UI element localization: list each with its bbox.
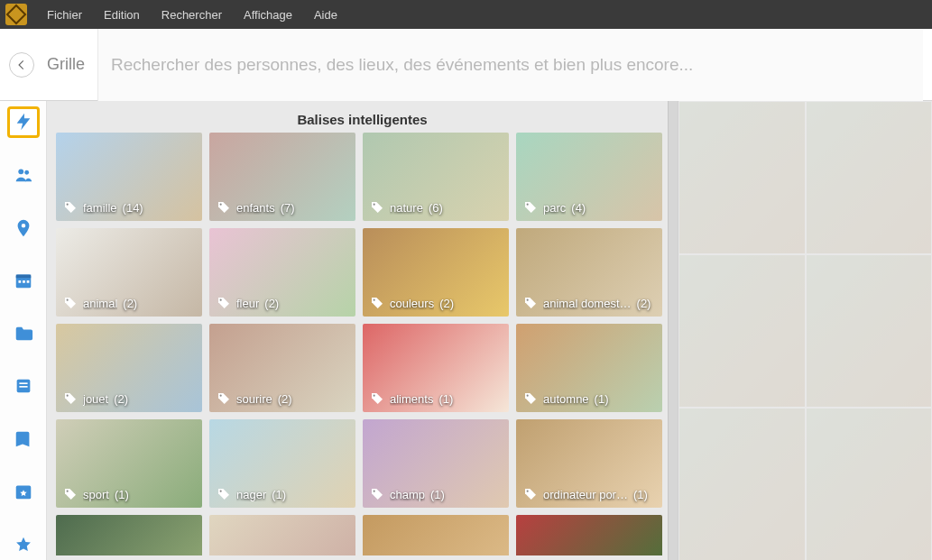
tag-count: (1) [430,488,445,501]
svg-point-14 [527,204,529,206]
tag-icon [523,487,538,501]
tag-icon [370,391,384,406]
preview-thumb [678,101,806,254]
svg-rect-8 [19,383,27,385]
tag-icon [217,296,231,310]
sidebar-events[interactable] [7,476,40,508]
tag-card[interactable]: sport(1) [56,419,202,508]
tag-card[interactable]: famille(14) [56,133,202,221]
app-logo-icon [5,4,27,25]
svg-rect-4 [18,280,21,283]
tag-count: (1) [115,488,129,501]
preview-thumb [678,408,806,560]
sidebar-dates[interactable] [7,265,40,297]
tag-card[interactable]: animal domest…(2) [516,228,662,317]
menu-file[interactable]: Fichier [36,8,93,22]
svg-point-24 [220,491,222,492]
sidebar-people[interactable] [7,160,40,191]
tag-icon [217,487,231,501]
menu-help[interactable]: Aide [303,8,348,22]
tag-label: aliments [390,392,433,406]
tag-icon [63,296,78,310]
tag-card[interactable]: sourire(2) [209,324,355,412]
tag-icon [217,391,231,406]
tag-count: (2) [637,297,651,310]
svg-point-1 [24,170,29,175]
menubar: Fichier Edition Rechercher Affichage Aid… [0,0,932,29]
tag-label: animal [83,297,117,310]
sidebar-smart-tags[interactable] [7,106,40,138]
sidebar-keywords[interactable] [7,423,40,454]
tag-card[interactable]: animal(2) [56,228,202,317]
preview-thumb [806,101,933,254]
tag-card[interactable]: aliments(1) [363,324,509,412]
tags-grid[interactable]: famille(14) enfants(7) nature(6) parc(4)… [47,133,678,555]
tag-label: parc [543,201,566,215]
svg-point-17 [374,299,375,301]
tag-count: (2) [264,297,279,310]
tag-count: (4) [571,201,586,215]
tag-card[interactable] [56,515,202,555]
menu-display[interactable]: Affichage [233,8,303,22]
tag-card[interactable]: automne(1) [516,324,662,412]
tag-count: (1) [633,488,648,501]
tag-card[interactable]: nature(6) [363,133,509,221]
tag-count: (1) [272,488,286,501]
tag-count: (2) [123,297,137,310]
tag-icon [523,200,538,215]
menu-edit[interactable]: Edition [93,8,151,22]
tag-icon [63,487,78,501]
svg-rect-3 [15,275,31,279]
tag-label: couleurs [390,297,434,310]
svg-rect-6 [26,280,29,283]
tag-icon [523,391,538,406]
sidebar-favorites[interactable] [7,529,40,561]
lightning-icon [14,112,33,132]
tag-icon [63,391,78,406]
panel-title: Balises intelligentes [47,101,678,133]
tag-card[interactable] [363,515,509,555]
smart-tags-panel: Balises intelligentes famille(14) enfant… [47,101,678,560]
svg-point-20 [220,395,222,397]
calendar-icon [14,271,33,290]
back-button[interactable] [9,52,34,78]
tag-count: (1) [595,392,609,406]
calendar-star-icon [14,482,33,501]
search-wrap [97,29,923,101]
tag-card[interactable]: fleur(2) [209,228,355,317]
tag-label: famille [83,201,117,215]
folder-icon [14,324,33,344]
tag-card[interactable] [209,515,355,555]
tag-card[interactable]: couleurs(2) [363,228,509,317]
preview-thumb [806,408,933,560]
search-input[interactable] [111,55,910,75]
tag-label: nager [236,488,266,501]
tag-icon [370,487,384,501]
sidebar-folders[interactable] [7,317,40,349]
svg-point-23 [67,491,69,492]
sidebar [0,101,47,560]
tag-count: (14) [123,201,143,215]
tag-card[interactable]: ordinateur por…(1) [516,419,662,508]
tag-card[interactable]: enfants(7) [209,133,355,221]
tag-label: animal domest… [543,297,632,310]
tag-label: sourire [236,392,272,406]
svg-point-11 [67,204,69,206]
tag-card[interactable]: parc(4) [516,133,662,221]
tag-icon [370,296,384,310]
tag-label: champ [390,488,425,501]
tag-icon [523,296,538,310]
tag-count: (1) [438,392,453,406]
tag-card[interactable]: nager(1) [209,419,355,508]
svg-point-15 [67,299,69,301]
tag-card[interactable]: champ(1) [363,419,509,508]
sidebar-albums[interactable] [7,371,40,402]
pin-icon [14,218,33,238]
tag-card[interactable]: jouet(2) [56,324,202,412]
svg-point-19 [67,395,69,397]
tag-count: (2) [114,392,128,406]
tag-card[interactable] [516,515,662,555]
menu-search[interactable]: Rechercher [151,8,233,22]
sidebar-places[interactable] [7,212,40,243]
svg-point-21 [374,395,375,397]
